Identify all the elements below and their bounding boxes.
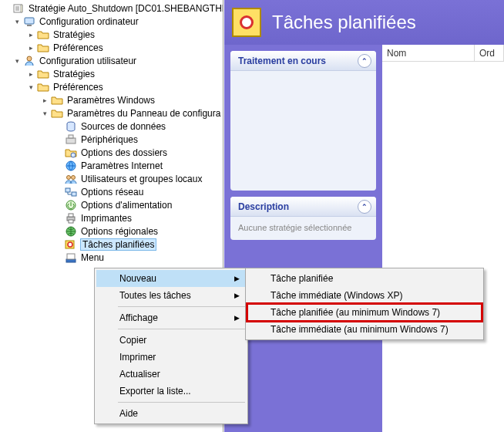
- tree-label: Périphériques: [79, 133, 139, 146]
- panel-head-description[interactable]: Description ⌃: [230, 197, 376, 217]
- sub-tache-immediate-xp[interactable]: Tâche immédiate (Windows XP): [247, 287, 482, 304]
- panel-processing: Traitement en cours ⌃: [230, 51, 376, 191]
- tree-peripheriques[interactable]: Périphériques: [2, 133, 223, 146]
- toggle-expanded-icon[interactable]: ▾: [40, 108, 50, 118]
- tree-label: Configuration utilisateur: [38, 55, 138, 67]
- panel-body-processing: [230, 71, 376, 191]
- tree-label: Préférences: [52, 81, 105, 93]
- sub-tache-immediate-w7[interactable]: Tâche immédiate (au minimum Windows 7): [247, 321, 482, 338]
- submenu-nouveau: Tâche planifiée Tâche immédiate (Windows…: [245, 268, 484, 340]
- tree-label: Menu: [79, 251, 106, 264]
- globe-icon: [65, 225, 77, 238]
- menu-separator: [118, 306, 245, 307]
- tree-root[interactable]: ▶ Stratégie Auto_Shutdown [DC01.SHEBANGT…: [2, 2, 223, 15]
- tree-cfg-computer[interactable]: ▾ Configuration ordinateur: [2, 15, 223, 28]
- folder-options-icon: [65, 147, 77, 159]
- toggle-collapsed-icon[interactable]: ▸: [26, 29, 36, 39]
- folder-icon: [51, 94, 63, 106]
- submenu-arrow-icon: ▶: [234, 275, 240, 282]
- internet-icon: [65, 160, 77, 172]
- tree-param-internet[interactable]: Paramètres Internet: [2, 159, 223, 172]
- tree-strategies-computer[interactable]: ▸ Stratégies: [2, 28, 223, 41]
- page-title: Tâches planifiées: [272, 12, 416, 33]
- ctx-toutes-taches[interactable]: Toutes les tâches ▶: [96, 287, 246, 304]
- user-icon: [23, 55, 35, 67]
- ctx-label: Aide: [119, 408, 138, 419]
- tree-label: Options des dossiers: [79, 147, 169, 159]
- ctx-label: Affichage: [119, 312, 158, 323]
- list-header: Nom Ord: [382, 45, 504, 62]
- context-menu: Nouveau ▶ Toutes les tâches ▶ Affichage …: [94, 268, 248, 424]
- tree-label: Sources de données: [79, 120, 167, 133]
- sub-label: Tâche planifiée (au minimum Windows 7): [270, 307, 440, 318]
- tree-imprimantes[interactable]: Imprimantes: [2, 211, 223, 224]
- panel-title: Traitement en cours: [238, 56, 326, 66]
- ctx-exporter[interactable]: Exporter la liste...: [96, 383, 246, 400]
- ctx-actualiser[interactable]: Actualiser: [96, 366, 246, 383]
- ctx-label: Exporter la liste...: [119, 386, 191, 397]
- tree-menu-demarrer[interactable]: Menu: [2, 251, 223, 264]
- sub-tache-planifiee-w7[interactable]: Tâche planifiée (au minimum Windows 7): [247, 304, 482, 321]
- submenu-arrow-icon: ▶: [234, 292, 240, 299]
- database-icon: [65, 120, 77, 133]
- tree-label: Options d'alimentation: [79, 199, 173, 211]
- column-ordre[interactable]: Ord: [475, 45, 504, 61]
- tree-sources[interactable]: Sources de données: [2, 120, 223, 133]
- chevron-up-icon[interactable]: ⌃: [358, 200, 371, 214]
- folder-icon: [37, 68, 49, 80]
- folder-icon: [37, 81, 49, 93]
- sub-label: Tâche planifiée: [270, 273, 333, 284]
- list-pane: Nom Ord: [382, 45, 504, 432]
- tree-opts-alim[interactable]: Options d'alimentation: [2, 198, 223, 211]
- power-icon: [65, 199, 77, 211]
- tree-label: Tâches planifiées: [80, 238, 156, 251]
- toggle-collapsed-icon[interactable]: ▸: [26, 42, 36, 52]
- panel-body-description: Aucune stratégie sélectionnée: [230, 217, 376, 240]
- tree-preferences-computer[interactable]: ▸ Préférences: [2, 41, 223, 54]
- tree-pref-panel[interactable]: ▾ Paramètres du Panneau de configura: [2, 106, 223, 120]
- tree-label: Options réseau: [79, 186, 145, 198]
- ctx-label: Copier: [119, 335, 146, 346]
- folder-icon: [37, 42, 49, 54]
- toggle-expanded-icon[interactable]: ▾: [26, 82, 36, 92]
- ctx-aide[interactable]: Aide: [96, 405, 246, 422]
- toggle-collapsed-icon[interactable]: ▸: [26, 69, 36, 79]
- scroll-icon: [12, 2, 25, 15]
- tree-cfg-user[interactable]: ▾ Configuration utilisateur: [2, 54, 223, 67]
- tree-label: Stratégies: [52, 68, 96, 80]
- device-icon: [65, 133, 77, 146]
- tree-taches-planifiees[interactable]: Tâches planifiées: [2, 238, 223, 251]
- ctx-affichage[interactable]: Affichage ▶: [96, 309, 246, 326]
- scheduled-tasks-header-icon: [232, 8, 261, 37]
- tree-label: Imprimantes: [79, 212, 133, 224]
- detail-pane: Tâches planifiées Traitement en cours ⌃ …: [224, 0, 504, 432]
- tree-label: Préférences: [52, 42, 105, 54]
- ctx-nouveau[interactable]: Nouveau ▶: [96, 270, 246, 287]
- folder-icon: [37, 29, 49, 41]
- panel-head-processing[interactable]: Traitement en cours ⌃: [230, 51, 376, 71]
- tree-opts-reseau[interactable]: Options réseau: [2, 185, 223, 198]
- tree-label: Utilisateurs et groupes locaux: [79, 173, 203, 185]
- tree-opts-region[interactable]: Options régionales: [2, 224, 223, 238]
- header-bar: Tâches planifiées: [224, 0, 504, 45]
- tree-strategies-user[interactable]: ▸ Stratégies: [2, 67, 223, 80]
- toggle-expanded-icon[interactable]: ▾: [12, 16, 22, 26]
- ctx-label: Actualiser: [119, 369, 160, 380]
- toggle-collapsed-icon[interactable]: ▸: [40, 95, 50, 105]
- ctx-imprimer[interactable]: Imprimer: [96, 349, 246, 366]
- sub-label: Tâche immédiate (Windows XP): [270, 290, 402, 301]
- scheduled-task-icon: [65, 238, 77, 251]
- toggle-expanded-icon[interactable]: ▾: [12, 56, 22, 66]
- menu-separator: [118, 329, 245, 329]
- tree-opts-dossiers[interactable]: Options des dossiers: [2, 146, 223, 159]
- ctx-copier[interactable]: Copier: [96, 332, 246, 349]
- sub-label: Tâche immédiate (au minimum Windows 7): [270, 324, 449, 335]
- tree-users-groups[interactable]: Utilisateurs et groupes locaux: [2, 172, 223, 185]
- network-icon: [65, 186, 77, 198]
- chevron-up-icon[interactable]: ⌃: [358, 54, 371, 68]
- tree-preferences-user[interactable]: ▾ Préférences: [2, 80, 223, 93]
- column-nom[interactable]: Nom: [382, 45, 475, 61]
- tree-pref-windows[interactable]: ▸ Paramètres Windows: [2, 93, 223, 106]
- sub-tache-planifiee[interactable]: Tâche planifiée: [247, 270, 482, 287]
- tree-label: Configuration ordinateur: [38, 15, 140, 28]
